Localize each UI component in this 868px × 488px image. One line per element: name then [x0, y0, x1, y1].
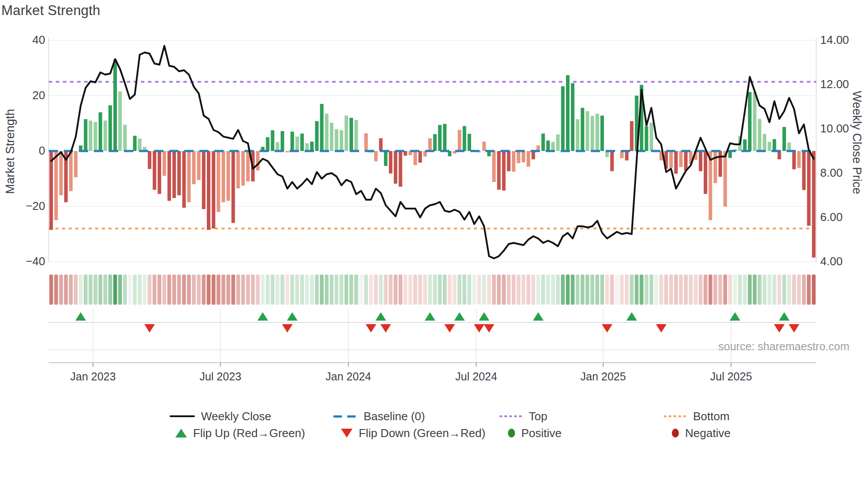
heatmap-cell — [345, 275, 349, 305]
strength-bar — [458, 130, 461, 151]
heatmap-cell — [320, 275, 324, 305]
heatmap-cell — [285, 275, 289, 305]
strength-bar — [807, 151, 810, 226]
heatmap-cell — [93, 275, 97, 305]
heatmap-cell — [113, 275, 117, 305]
heatmap-cell — [487, 275, 491, 305]
strength-bar — [104, 120, 107, 151]
heatmap-cell — [728, 275, 732, 305]
legend-item-bottom: Bottom — [664, 409, 729, 423]
y-right-tick-label: 14.00 — [820, 33, 849, 47]
flip-down-marker — [774, 324, 785, 333]
strength-bar — [718, 151, 722, 177]
flip-up-marker — [533, 312, 543, 321]
page-title: Market Strength — [1, 3, 101, 19]
heatmap-cell — [767, 275, 771, 305]
strength-bar — [300, 134, 304, 151]
heatmap-cell — [349, 275, 353, 305]
strength-bar — [394, 151, 397, 184]
flip-down-marker — [282, 324, 293, 333]
heatmap-cell — [625, 275, 629, 305]
heatmap-cell — [54, 275, 58, 305]
strength-bar — [364, 133, 368, 151]
heatmap-cell — [364, 275, 368, 305]
x-axis-date-label: Jul 2024 — [455, 370, 497, 383]
negative-dot-icon — [672, 429, 679, 438]
heatmap-cell — [59, 275, 63, 305]
strength-bar — [172, 151, 176, 198]
heatmap-cell — [453, 275, 457, 305]
heatmap-cell — [595, 275, 599, 305]
heatmap-cell — [733, 275, 737, 305]
strength-bar — [276, 142, 279, 151]
legend-item-flip-down: Flip Down (Green→Red) — [341, 426, 485, 440]
heatmap-cell — [743, 275, 747, 305]
legend-item-top: Top — [500, 409, 547, 423]
heatmap-cell — [797, 275, 801, 305]
strength-bar — [576, 119, 579, 151]
strength-bar — [399, 151, 402, 187]
heatmap-cell — [246, 275, 250, 305]
heatmap-cell — [694, 275, 698, 305]
heatmap-cell — [231, 275, 235, 305]
heatmap-cell — [438, 275, 442, 305]
heatmap-cell — [531, 275, 535, 305]
strength-bar — [512, 151, 515, 172]
flip-down-marker — [144, 324, 155, 333]
strength-bar — [630, 121, 633, 151]
y-right-tick-label: 12.00 — [820, 77, 849, 91]
strength-bar — [748, 92, 752, 151]
strength-bar — [226, 151, 230, 201]
heatmap-cell — [753, 275, 757, 305]
heatmap-cell — [379, 275, 383, 305]
flip-down-triangle-icon — [341, 429, 353, 438]
strength-bar — [541, 134, 545, 151]
strength-bar — [704, 151, 707, 194]
heatmap-cell — [600, 275, 604, 305]
strength-bar — [561, 86, 565, 151]
heatmap-cell — [69, 275, 73, 305]
strength-bar — [723, 151, 727, 207]
heatmap-cell — [413, 275, 417, 305]
heatmap-cell — [536, 275, 540, 305]
heatmap-cell — [241, 275, 245, 305]
heatmap-cell — [389, 275, 393, 305]
heatmap-cell — [620, 275, 624, 305]
weekly-close-line-icon — [170, 415, 195, 417]
strength-bar — [610, 151, 614, 171]
strength-bar — [585, 111, 589, 151]
heatmap-cell — [473, 275, 477, 305]
strength-bar — [295, 137, 299, 151]
heatmap-cell — [403, 275, 407, 305]
y-right-tick-label: 8.00 — [820, 166, 843, 180]
heatmap-cell — [163, 275, 167, 305]
y-right-tick-label: 4.00 — [820, 255, 843, 268]
y-left-tick-label: −20 — [13, 199, 45, 213]
heatmap-cell — [630, 275, 634, 305]
heatmap-cell — [118, 275, 122, 305]
strength-bar — [330, 123, 333, 151]
strength-bar — [767, 142, 771, 151]
strength-bar — [783, 127, 786, 151]
heatmap-cell — [108, 275, 112, 305]
strength-bar — [138, 139, 142, 151]
legend-label: Baseline (0) — [364, 410, 425, 423]
heatmap-cell — [354, 275, 358, 305]
heatmap-cell — [325, 275, 329, 305]
heatmap-cell — [635, 275, 639, 305]
strength-bar — [797, 151, 801, 168]
strength-bar — [581, 108, 584, 151]
strength-bar — [669, 151, 673, 168]
heatmap-cell — [581, 275, 585, 305]
heatmap-cell — [669, 275, 673, 305]
strength-bar — [212, 151, 215, 229]
heatmap-cell — [522, 275, 526, 305]
strength-bar — [167, 151, 171, 201]
heatmap-cell — [315, 275, 319, 305]
strength-bar — [571, 83, 574, 151]
heatmap-cell — [561, 275, 565, 305]
heatmap-cell — [566, 275, 570, 305]
heatmap-cell — [492, 275, 496, 305]
strength-bar — [596, 114, 599, 151]
heatmap-cell — [256, 275, 260, 305]
